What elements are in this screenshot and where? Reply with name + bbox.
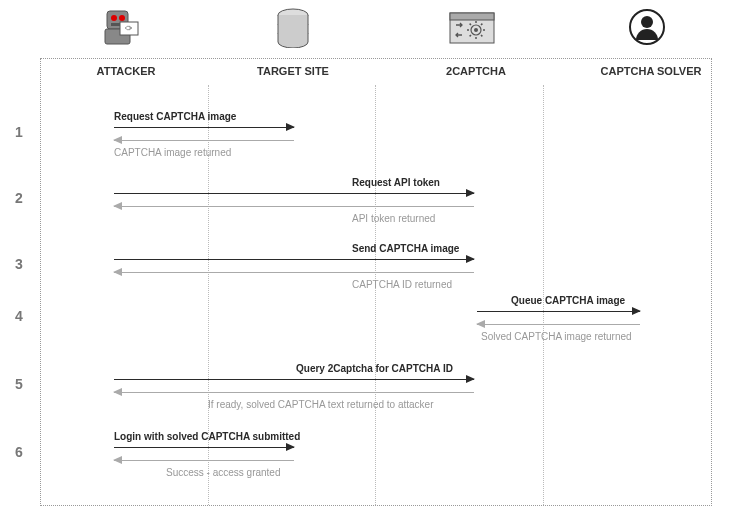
col-2captcha: 2CAPTCHA	[436, 65, 516, 77]
robot-icon	[95, 8, 145, 52]
arrow-resp	[114, 392, 474, 393]
sequence-diagram: ATTACKER TARGET SITE 2CAPTCHA CAPTCHA SO…	[40, 58, 712, 506]
step-number: 5	[15, 376, 23, 392]
arrow-req	[477, 311, 640, 312]
step-number: 1	[15, 124, 23, 140]
svg-point-12	[641, 16, 653, 28]
database-icon	[275, 8, 311, 52]
arrow-resp	[114, 272, 474, 273]
arrow-req	[114, 379, 474, 380]
column-headers: ATTACKER TARGET SITE 2CAPTCHA CAPTCHA SO…	[41, 59, 711, 85]
step4-resp: Solved CAPTCHA image returned	[481, 331, 632, 342]
step-number: 2	[15, 190, 23, 206]
step4-req: Queue CAPTCHA image	[511, 295, 625, 306]
step2-req: Request API token	[352, 177, 440, 188]
arrow-resp	[114, 460, 294, 461]
step1-resp: CAPTCHA image returned	[114, 147, 231, 158]
arrow-resp	[114, 206, 474, 207]
col-target: TARGET SITE	[253, 65, 333, 77]
arrow-resp	[477, 324, 640, 325]
step2-resp: API token returned	[352, 213, 435, 224]
person-icon	[628, 8, 666, 52]
step-number: 6	[15, 444, 23, 460]
lifeline-divider	[375, 85, 376, 505]
step-number: 4	[15, 308, 23, 324]
arrow-req	[114, 259, 474, 260]
svg-point-10	[474, 28, 478, 32]
col-attacker: ATTACKER	[86, 65, 166, 77]
step6-resp: Success - access granted	[166, 467, 281, 478]
step3-resp: CAPTCHA ID returned	[352, 279, 452, 290]
svg-point-2	[119, 15, 125, 21]
icon-row	[0, 0, 735, 55]
step3-req: Send CAPTCHA image	[352, 243, 459, 254]
step1-req: Request CAPTCHA image	[114, 111, 236, 122]
step6-req: Login with solved CAPTCHA submitted	[114, 431, 300, 442]
arrow-req	[114, 127, 294, 128]
svg-rect-8	[450, 13, 494, 20]
svg-point-1	[111, 15, 117, 21]
svg-rect-5	[120, 22, 138, 35]
arrow-resp	[114, 140, 294, 141]
step5-req: Query 2Captcha for CAPTCHA ID	[296, 363, 453, 374]
step-number: 3	[15, 256, 23, 272]
step5-resp: If ready, solved CAPTCHA text returned t…	[208, 399, 433, 410]
arrow-req	[114, 447, 294, 448]
arrow-req	[114, 193, 474, 194]
col-solver: CAPTCHA SOLVER	[596, 65, 706, 77]
service-icon	[446, 8, 498, 52]
